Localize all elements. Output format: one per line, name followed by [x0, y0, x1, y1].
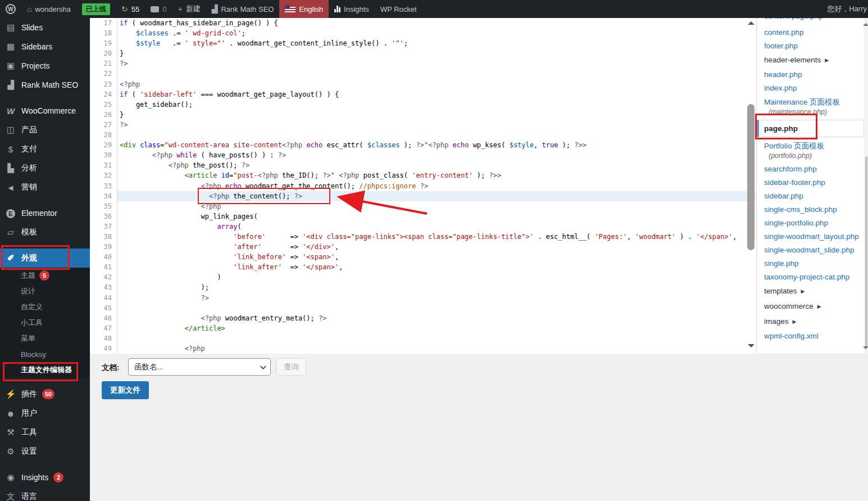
code-editor[interactable]: 17if ( woodmart_has_sidebar_in_page() ) …	[90, 18, 756, 354]
sidebar-subitem-themes[interactable]: 主题5	[0, 268, 90, 283]
folder-item-images[interactable]: images▶	[757, 314, 864, 329]
file-item-taxonomy-project-cat.php[interactable]: taxonomy-project-cat.php	[757, 270, 864, 283]
code-line-31[interactable]: 31 <?php the_post(); ?>	[90, 160, 756, 170]
rank-math-seo-link[interactable]: ▟ Rank Math SEO	[206, 0, 280, 18]
file-item-template[interactable]: Maintenance 页面模板(maintenance.php)	[757, 94, 864, 118]
sidebar-item-projects[interactable]: ▣Projects	[0, 56, 90, 75]
sidebar-subitem-theme-file-editor[interactable]: 主题文件编辑器	[0, 362, 90, 378]
comments-link[interactable]: 0	[145, 0, 172, 18]
file-item-content.php[interactable]: content.php	[757, 25, 864, 39]
file-item-header.php[interactable]: header.php	[757, 67, 864, 81]
folder-item-woocommerce[interactable]: woocommerce▶	[757, 299, 864, 314]
code-line-48[interactable]: 48	[90, 333, 756, 344]
sidebar-item-slides[interactable]: ▤Slides	[0, 18, 90, 37]
sidebar-item-tools[interactable]: ⚒工具	[0, 423, 90, 442]
file-item-clipped[interactable]: content-page.php	[757, 18, 864, 25]
code-line-22[interactable]: 22	[90, 69, 756, 79]
user-greeting[interactable]: 您好，Harry	[821, 0, 868, 18]
sidebar-item-appearance[interactable]: ✐外观	[0, 249, 90, 268]
folder-item-header-elements[interactable]: header-elements▶	[757, 52, 864, 67]
editor-scrollbar-up-arrow[interactable]	[748, 21, 755, 25]
file-item-searchform.php[interactable]: searchform.php	[757, 162, 864, 175]
update-file-button[interactable]: 更新文件	[102, 381, 149, 399]
updates-link[interactable]: ↻ 55	[116, 0, 145, 18]
new-content-link[interactable]: + 新建	[172, 0, 206, 18]
file-item-single.php[interactable]: single.php	[757, 256, 864, 270]
code-line-29[interactable]: 29<div class="wd-content-area site-conte…	[90, 140, 756, 150]
file-item-single-portfolio.php[interactable]: single-portfolio.php	[757, 216, 864, 229]
sidebar-item-insights[interactable]: ◉Insights2	[0, 468, 90, 487]
code-line-19[interactable]: 19 $style .= ' style="' . woodmart_get_c…	[90, 38, 756, 48]
sidebar-item-settings[interactable]: ⚙设置	[0, 442, 90, 461]
filelist-scrollbar-thumb[interactable]	[865, 156, 867, 347]
site-name-link[interactable]: ⌂ wondersha	[21, 0, 76, 18]
code-line-45[interactable]: 45	[90, 303, 756, 313]
folder-item-templates[interactable]: templates▶	[757, 283, 864, 299]
file-item-single-cms_block.php[interactable]: single-cms_block.php	[757, 202, 864, 216]
code-line-32[interactable]: 32 <article id="post-<?php the_ID(); ?>"…	[90, 170, 756, 180]
file-item-sidebar.php[interactable]: sidebar.php	[757, 189, 864, 202]
file-item-footer.php[interactable]: footer.php	[757, 39, 864, 52]
sidebar-item-products[interactable]: ◫产品	[0, 120, 90, 139]
file-item-sidebar-footer.php[interactable]: sidebar-footer.php	[757, 175, 864, 189]
code-line-23[interactable]: 23<?php	[90, 79, 756, 89]
code-line-21[interactable]: 21?>	[90, 58, 756, 69]
code-line-30[interactable]: 30 <?php while ( have_posts() ) : ?>	[90, 150, 756, 160]
insights-link[interactable]: Insights	[329, 0, 375, 18]
code-line-27[interactable]: 27?>	[90, 120, 756, 130]
code-line-24[interactable]: 24if ( 'sidebar-left' === woodmart_get_p…	[90, 89, 756, 100]
code-line-46[interactable]: 46 <?php woodmart_entry_meta(); ?>	[90, 313, 756, 323]
file-item-wpml-config.xml[interactable]: wpml-config.xml	[757, 329, 864, 342]
code-line-41[interactable]: 41 'link_after' => '</span>',	[90, 262, 756, 272]
sidebar-subitem-customize[interactable]: 自定义	[0, 299, 90, 315]
editor-scrollbar-thumb[interactable]	[747, 104, 755, 250]
code-line-43[interactable]: 43 );	[90, 282, 756, 292]
code-line-33[interactable]: 33 <?php echo woodmart_get_the_content()…	[90, 181, 756, 191]
language-switcher[interactable]: English	[279, 0, 329, 18]
file-item-index.php[interactable]: index.php	[757, 81, 864, 94]
sidebar-item-woocommerce[interactable]: WWooCommerce	[0, 101, 90, 120]
sidebar-item-users[interactable]: ☻用户	[0, 404, 90, 423]
code-line-20[interactable]: 20}	[90, 48, 756, 58]
code-line-35[interactable]: 35 <?php	[90, 201, 756, 211]
sidebar-item-templates[interactable]: ▱模板	[0, 223, 90, 242]
lookup-button[interactable]: 查询	[276, 358, 306, 376]
code-line-25[interactable]: 25 get_sidebar();	[90, 100, 756, 110]
code-line-42[interactable]: 42 )	[90, 272, 756, 282]
sidebar-item-payments[interactable]: $支付	[0, 139, 90, 159]
code-line-17[interactable]: 17if ( woodmart_has_sidebar_in_page() ) …	[90, 18, 756, 28]
function-name-select[interactable]: 函数名...	[128, 358, 271, 376]
code-line-28[interactable]: 28	[90, 130, 756, 140]
sidebar-item-marketing[interactable]: ◄营销	[0, 178, 90, 197]
wp-rocket-link[interactable]: WP Rocket	[375, 0, 422, 18]
filelist-scrollbar-up-arrow[interactable]	[863, 20, 868, 26]
sidebar-subitem-blocksy[interactable]: Blocksy	[0, 346, 90, 362]
sidebar-item-plugins[interactable]: ⚡插件50	[0, 385, 90, 404]
wordpress-logo[interactable]: W	[0, 0, 21, 18]
file-item-single-woodmart_layout.php[interactable]: single-woodmart_layout.php	[757, 229, 864, 243]
sidebar-subitem-design[interactable]: 设计	[0, 283, 90, 299]
sidebar-subitem-menus[interactable]: 菜单	[0, 331, 90, 346]
code-line-39[interactable]: 39 'after' => '</div>',	[90, 242, 756, 252]
sidebar-subitem-widgets[interactable]: 小工具	[0, 315, 90, 331]
code-line-37[interactable]: 37 array(	[90, 222, 756, 232]
code-line-49[interactable]: 49 <?php	[90, 344, 756, 354]
file-item-template[interactable]: Portfolio 页面模板(portfolio.php)	[757, 139, 864, 163]
code-line-36[interactable]: 36 wp_link_pages(	[90, 211, 756, 222]
sidebar-item-rank-math-seo[interactable]: ▟Rank Math SEO	[0, 75, 90, 94]
filelist-scrollbar-down-arrow[interactable]	[863, 346, 868, 352]
sidebar-item-languages[interactable]: 文语言	[0, 487, 90, 501]
code-line-47[interactable]: 47 </article>	[90, 323, 756, 333]
code-line-40[interactable]: 40 'link_before' => '<span>',	[90, 252, 756, 262]
code-line-44[interactable]: 44 ?>	[90, 293, 756, 303]
file-item-active-page.php[interactable]: page.php	[757, 120, 864, 137]
code-line-26[interactable]: 26}	[90, 110, 756, 120]
code-line-38[interactable]: 38 'before' => '<div class="page-links">…	[90, 232, 756, 242]
sidebar-item-analytics[interactable]: ▙分析	[0, 159, 90, 178]
code-line-34[interactable]: 34 <?php the_content(); ?>	[90, 191, 756, 201]
editor-scrollbar-down-arrow[interactable]	[748, 344, 755, 347]
sidebar-item-elementor[interactable]: EElementor	[0, 204, 90, 223]
code-line-18[interactable]: 18 $classes .= ' wd-grid-col';	[90, 28, 756, 38]
file-item-single-woodmart_slide.php[interactable]: single-woodmart_slide.php	[757, 243, 864, 256]
sidebar-item-sidebars[interactable]: ▦Sidebars	[0, 37, 90, 56]
